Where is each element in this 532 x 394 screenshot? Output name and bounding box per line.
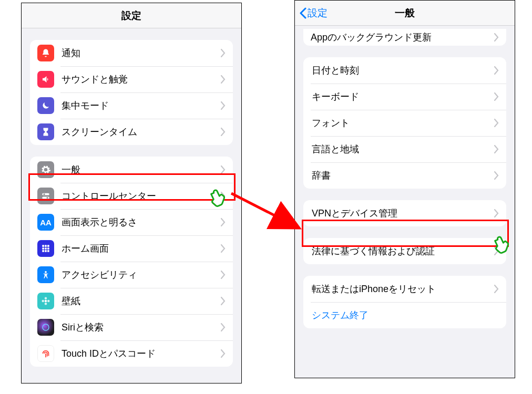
svg-point-15: [45, 297, 47, 300]
chevron-right-icon: [494, 171, 499, 180]
chevron-right-icon: [221, 349, 226, 358]
touchid-icon: [37, 345, 54, 362]
row-transfer-reset[interactable]: 転送またはiPhoneをリセット: [303, 276, 506, 302]
row-label: 一般: [62, 163, 221, 176]
row-label: スクリーンタイム: [62, 126, 221, 138]
row-label: コントロールセンター: [62, 190, 221, 202]
chevron-right-icon: [494, 209, 499, 217]
row-shutdown[interactable]: システム終了: [303, 302, 506, 328]
general-group-4: 転送またはiPhoneをリセット システム終了: [303, 276, 506, 328]
row-keyboard[interactable]: キーボード: [303, 84, 506, 110]
row-font[interactable]: フォント: [303, 110, 506, 136]
svg-rect-0: [42, 193, 49, 195]
row-label: 集中モード: [62, 99, 221, 112]
row-label: 壁紙: [62, 295, 221, 307]
row-display[interactable]: AA 画面表示と明るさ: [30, 209, 233, 235]
row-label: 言語と地域: [312, 143, 494, 155]
row-label: 日付と時刻: [312, 64, 494, 77]
svg-rect-8: [45, 247, 47, 250]
moon-icon: [37, 97, 54, 114]
navbar: 設定 一般: [295, 1, 515, 26]
row-focus[interactable]: 集中モード: [30, 92, 233, 119]
row-label: システム終了: [312, 309, 499, 322]
row-accessibility[interactable]: アクセシビリティ: [30, 262, 233, 288]
general-group-3: 法律に基づく情報および認証: [303, 238, 506, 264]
svg-point-2: [44, 193, 45, 195]
settings-content: 通知 サウンドと触覚 集中モード スクリ: [22, 28, 241, 383]
chevron-right-icon: [221, 218, 226, 226]
chevron-right-icon: [221, 49, 226, 57]
row-label: Touch IDとパスコード: [62, 347, 221, 360]
svg-rect-12: [47, 250, 49, 252]
siri-icon: [37, 319, 54, 336]
row-screentime[interactable]: スクリーンタイム: [30, 119, 233, 145]
chevron-right-icon: [494, 285, 499, 293]
svg-rect-6: [47, 245, 49, 247]
navbar: 設定: [22, 3, 241, 28]
svg-point-17: [42, 300, 45, 303]
row-control-center[interactable]: コントロールセンター: [30, 183, 233, 209]
row-label: 辞書: [312, 169, 494, 182]
svg-rect-1: [42, 197, 49, 199]
row-label: 通知: [62, 47, 221, 59]
back-label: 設定: [308, 6, 328, 20]
svg-point-19: [43, 324, 49, 330]
row-background-refresh-partial[interactable]: Appのバックグラウンド更新: [303, 29, 506, 46]
row-label: Appのバックグラウンド更新: [311, 31, 494, 44]
row-sounds[interactable]: サウンドと触覚: [30, 66, 233, 92]
row-notifications[interactable]: 通知: [30, 40, 233, 66]
row-label: フォント: [312, 117, 494, 129]
row-wallpaper[interactable]: 壁紙: [30, 288, 233, 314]
chevron-right-icon: [221, 128, 226, 136]
back-button[interactable]: 設定: [299, 6, 328, 20]
grid-icon: [37, 240, 54, 257]
row-touchid[interactable]: Touch IDとパスコード: [30, 340, 233, 367]
hourglass-icon: [37, 123, 54, 140]
row-dictionary[interactable]: 辞書: [303, 162, 506, 189]
settings-group-2: 一般 コントロールセンター AA 画面表示と明るさ ホーム画面: [30, 157, 233, 367]
svg-rect-7: [42, 247, 44, 250]
svg-rect-11: [45, 250, 47, 252]
svg-point-14: [45, 300, 47, 303]
svg-point-16: [45, 303, 47, 305]
navbar-title: 一般: [395, 6, 415, 20]
chevron-right-icon: [221, 244, 226, 253]
chevron-right-icon: [221, 297, 226, 305]
chevron-right-icon: [221, 101, 226, 110]
row-label: 法律に基づく情報および認証: [312, 245, 494, 257]
chevron-right-icon: [494, 33, 499, 42]
bell-icon: [37, 45, 54, 61]
row-siri[interactable]: Siriと検索: [30, 314, 233, 340]
svg-point-18: [47, 300, 50, 303]
row-date-time[interactable]: 日付と時刻: [303, 57, 506, 84]
settings-group-1: 通知 サウンドと触覚 集中モード スクリ: [30, 40, 233, 145]
chevron-right-icon: [221, 323, 226, 331]
speaker-icon: [37, 71, 54, 88]
row-home-screen[interactable]: ホーム画面: [30, 235, 233, 262]
chevron-right-icon: [494, 247, 499, 255]
svg-point-13: [45, 271, 47, 273]
switches-icon: [37, 188, 54, 204]
chevron-right-icon: [494, 119, 499, 127]
navbar-title: 設定: [121, 9, 141, 23]
row-label: 転送またはiPhoneをリセット: [312, 283, 494, 295]
svg-rect-4: [42, 245, 44, 247]
row-label: ホーム画面: [62, 242, 221, 255]
general-group-2: VPNとデバイス管理: [303, 200, 506, 226]
row-general[interactable]: 一般: [30, 157, 233, 183]
chevron-right-icon: [494, 66, 499, 75]
aa-icon: AA: [37, 214, 54, 231]
svg-point-3: [47, 197, 48, 199]
row-label: サウンドと触覚: [62, 73, 221, 86]
row-legal[interactable]: 法律に基づく情報および認証: [303, 238, 506, 264]
person-icon: [37, 266, 54, 283]
row-language-region[interactable]: 言語と地域: [303, 136, 506, 162]
row-label: アクセシビリティ: [62, 268, 221, 281]
chevron-right-icon: [494, 145, 499, 153]
chevron-right-icon: [221, 192, 226, 200]
flower-icon: [37, 293, 54, 309]
settings-screen: 設定 通知 サウンドと触覚 集中モード: [21, 3, 242, 383]
general-screen: 設定 一般 Appのバックグラウンド更新 日付と時刻 キーボード フォント 言語…: [294, 0, 515, 378]
row-label: Siriと検索: [62, 321, 221, 334]
row-vpn-device[interactable]: VPNとデバイス管理: [303, 200, 506, 226]
